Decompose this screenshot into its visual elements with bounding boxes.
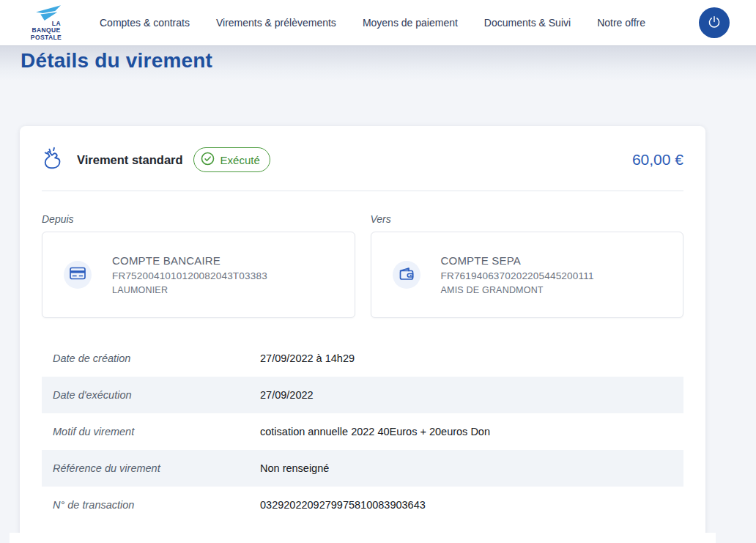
- to-account-card: COMPTE SEPA FR7619406370202205445200111 …: [371, 232, 684, 318]
- to-account-icon-circle: [393, 261, 420, 289]
- detail-value: 27/09/2022: [260, 389, 314, 401]
- from-account-holder: LAUMONIER: [112, 285, 267, 295]
- detail-row-date-execution: Date d'exécution 27/09/2022: [42, 377, 683, 413]
- to-account-type: COMPTE SEPA: [441, 254, 594, 267]
- detail-value: cotisation annuelle 2022 40Euros + 20eur…: [260, 426, 490, 437]
- nav-item-virements-prelevements[interactable]: Virements & prélèvements: [216, 17, 336, 29]
- wallet-icon: [398, 265, 415, 285]
- accounts-section: Depuis COMPTE BANCAIRE FR7520041010120: [42, 213, 683, 318]
- detail-row-motif: Motif du virement cotisation annuelle 20…: [42, 413, 683, 450]
- to-section-label: Vers: [371, 213, 684, 225]
- detail-label: Référence du virement: [53, 462, 260, 474]
- bank-logo[interactable]: LA BANQUE POSTALE: [29, 4, 63, 42]
- to-account-section: Vers COMPTE SEPA FR7619406370202205445: [371, 213, 684, 318]
- transfer-detail-card: Virement standard Exécuté 60,00 € Depuis: [20, 126, 705, 543]
- power-icon: [706, 14, 722, 32]
- credit-card-icon: [69, 265, 86, 285]
- nav-item-notre-offre[interactable]: Notre offre: [597, 17, 645, 29]
- detail-row-reference: Référence du virement Non renseigné: [42, 450, 683, 487]
- footer-band: [10, 533, 716, 543]
- bank-logo-text: LA BANQUE POSTALE: [29, 22, 63, 42]
- detail-label: Date de création: [53, 352, 260, 364]
- to-account-holder: AMIS DE GRANDMONT: [441, 285, 594, 295]
- detail-label: Date d'exécution: [53, 389, 260, 401]
- from-account-card: COMPTE BANCAIRE FR7520041010120082043T03…: [42, 232, 355, 318]
- from-account-iban: FR7520041010120082043T03383: [112, 270, 267, 281]
- detail-row-transaction-number: N° de transaction 0329202209279975810083…: [42, 487, 683, 523]
- logout-button[interactable]: [699, 7, 730, 38]
- detail-label: N° de transaction: [53, 499, 260, 511]
- page-title-band: Détails du virement: [0, 45, 756, 81]
- check-circle-icon: [201, 152, 215, 168]
- transfer-details-list: Date de création 27/09/2022 à 14h29 Date…: [42, 340, 683, 523]
- status-badge-label: Exécuté: [220, 154, 260, 166]
- nav-item-moyens-paiement[interactable]: Moyens de paiement: [363, 17, 458, 29]
- transfer-amount: 60,00 €: [632, 151, 683, 169]
- transfer-summary-header: Virement standard Exécuté 60,00 €: [42, 126, 683, 191]
- from-account-info: COMPTE BANCAIRE FR7520041010120082043T03…: [112, 254, 267, 295]
- detail-value: Non renseigné: [260, 462, 329, 474]
- from-account-section: Depuis COMPTE BANCAIRE FR7520041010120: [42, 213, 355, 318]
- nav-item-comptes-contrats[interactable]: Comptes & contrats: [100, 17, 190, 29]
- detail-value: 0329202209279975810083903643: [260, 499, 426, 511]
- from-section-label: Depuis: [42, 213, 355, 225]
- status-badge: Exécuté: [193, 147, 270, 172]
- top-navigation-bar: LA BANQUE POSTALE Comptes & contrats Vir…: [0, 0, 756, 45]
- nav-item-documents-suivi[interactable]: Documents & Suivi: [484, 17, 571, 29]
- from-account-icon-circle: [64, 261, 92, 289]
- snap-fingers-icon: [42, 146, 67, 174]
- to-account-info: COMPTE SEPA FR7619406370202205445200111 …: [441, 254, 594, 295]
- detail-label: Motif du virement: [53, 426, 260, 437]
- detail-value: 27/09/2022 à 14h29: [260, 352, 355, 364]
- page-title: Détails du virement: [21, 49, 756, 73]
- to-account-iban: FR7619406370202205445200111: [441, 270, 594, 281]
- detail-row-date-creation: Date de création 27/09/2022 à 14h29: [42, 340, 683, 377]
- main-nav: Comptes & contrats Virements & prélèveme…: [100, 17, 645, 29]
- from-account-type: COMPTE BANCAIRE: [112, 254, 267, 267]
- transfer-type-label: Virement standard: [77, 153, 183, 167]
